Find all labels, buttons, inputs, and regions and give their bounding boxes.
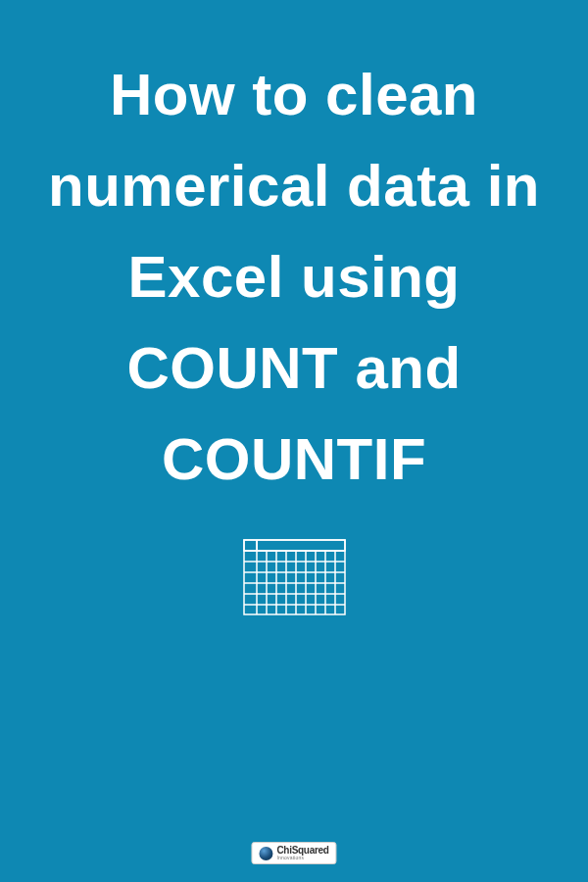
- page-title: How to clean numerical data in Excel usi…: [0, 0, 588, 505]
- brand-logo: ChiSquared Innovations: [251, 842, 336, 864]
- logo-text-wrap: ChiSquared Innovations: [276, 846, 328, 860]
- svg-rect-1: [244, 540, 345, 551]
- globe-icon: [259, 847, 272, 860]
- logo-subtitle-text: Innovations: [276, 856, 328, 860]
- spreadsheet-icon: [243, 539, 346, 615]
